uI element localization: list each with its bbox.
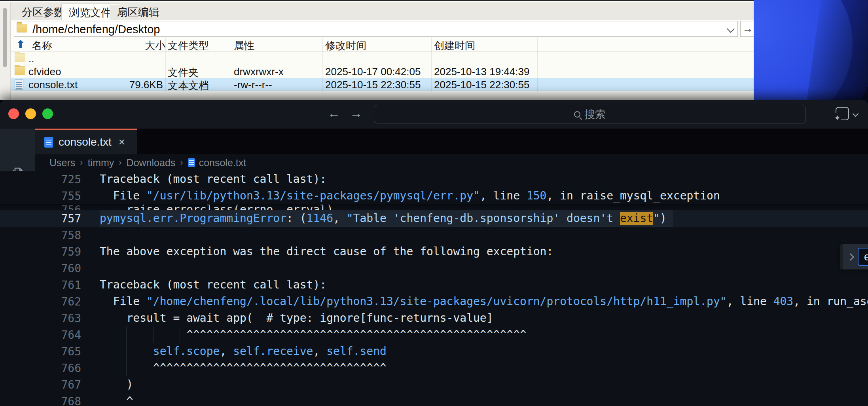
line-number[interactable]: 761: [0, 279, 81, 292]
breadcrumb-item[interactable]: timmy: [88, 157, 114, 169]
code-token: "Table 'chenfeng-db.sponsorship' doesn't: [347, 212, 620, 225]
cell-name: console.txt: [28, 79, 78, 91]
line-text: Traceback (most recent call last):: [100, 171, 326, 188]
code-line-764[interactable]: 764 ^^^^^^^^^^^^^^^^^^^^^^^^^^^^^^^^^^^^…: [0, 326, 868, 343]
breadcrumb-item[interactable]: Downloads: [127, 157, 176, 169]
code-line-756[interactable]: 756 raise errorclass(errno, errval): [0, 204, 868, 210]
file-row-console-txt[interactable]: console.txt79.6KB文本文档-rw-r--r--2025-10-1…: [11, 78, 754, 91]
find-expand-icon[interactable]: [847, 253, 854, 260]
line-number[interactable]: 755: [0, 190, 81, 203]
code-token: result = await app( # type: ignore[func-…: [100, 311, 493, 324]
maximize-window-button[interactable]: [42, 108, 53, 119]
code-line-761[interactable]: 761Traceback (most recent call last):: [0, 277, 868, 293]
code-token: raise errorclass(errno, errval): [100, 204, 333, 210]
column-header-size[interactable]: 大小: [145, 39, 165, 53]
line-text: ^^^^^^^^^^^^^^^^^^^^^^^^^^^^^^^^^^^^^^^^…: [100, 326, 527, 343]
code-line-765[interactable]: 765 self.scope, self.receive, self.send: [0, 343, 868, 360]
indent-guide: [100, 393, 100, 406]
column-divider: [322, 38, 323, 92]
code-token: 1146: [307, 212, 333, 225]
line-text: ^: [100, 393, 133, 406]
line-number[interactable]: 759: [0, 245, 81, 258]
code-token: self.send: [326, 345, 387, 358]
breadcrumb-item[interactable]: console.txt: [199, 157, 246, 169]
chevron-down-icon[interactable]: [853, 111, 859, 117]
cell-crt: 2025-10-13 19:44:39: [434, 66, 529, 78]
line-number[interactable]: 768: [0, 395, 81, 406]
cell-type: 文件夹: [168, 66, 199, 80]
cell-mod: 2025-10-15 22:30:55: [325, 79, 421, 91]
line-text: ^^^^^^^^^^^^^^^^^^^^^^^^^^^^^^^^^^^: [100, 360, 387, 376]
code-line-766[interactable]: 766 ^^^^^^^^^^^^^^^^^^^^^^^^^^^^^^^^^^^: [0, 360, 868, 376]
line-number[interactable]: 767: [0, 378, 81, 391]
search-icon: [574, 111, 580, 118]
code-line-762[interactable]: 762 File "/home/chenfeng/.local/lib/pyth…: [0, 293, 868, 310]
code-token: ): [100, 378, 133, 391]
code-line-759[interactable]: 759The above exception was the direct ca…: [0, 243, 868, 260]
indent-guide: [100, 376, 100, 393]
code-token: The above exception was the direct cause…: [100, 245, 553, 258]
tab-sector-edit[interactable]: 扇区编辑: [110, 5, 167, 20]
copilot-icon[interactable]: [836, 107, 849, 120]
line-text: File "/home/chenfeng/.local/lib/python3.…: [100, 293, 868, 310]
code-token: Traceback (most recent call last):: [100, 278, 326, 291]
desktop-wallpaper: [754, 0, 868, 103]
code-line-755[interactable]: 755 File "/usr/lib/python3.13/site-packa…: [0, 188, 868, 204]
line-number[interactable]: 764: [0, 328, 81, 341]
breadcrumb-item[interactable]: Users: [49, 157, 75, 169]
column-header-attrs[interactable]: 属性: [234, 39, 254, 53]
code-token: ^^^^^^^^^^^^^^^^^^^^^^^^^^^^^^^^^^^^^^^^…: [100, 328, 527, 341]
line-number[interactable]: 757: [0, 212, 81, 225]
line-number[interactable]: 758: [0, 229, 81, 242]
sort-ascending-icon[interactable]: ⬆: [16, 38, 25, 51]
cell-type: 文本文档: [168, 79, 209, 93]
text-file-icon: [188, 158, 195, 167]
find-input[interactable]: e: [858, 248, 868, 266]
line-text: File "/usr/lib/python3.13/site-packages/…: [100, 188, 720, 204]
column-header-name[interactable]: 名称: [32, 39, 52, 53]
code-line-763[interactable]: 763 result = await app( # type: ignore[f…: [0, 310, 868, 326]
line-number[interactable]: 756: [0, 204, 81, 210]
code-line-758[interactable]: 758: [0, 227, 868, 243]
editor-tabbar: console.txt ×: [35, 129, 868, 154]
command-search-box[interactable]: 搜索: [374, 105, 806, 123]
code-line-767[interactable]: 767 ): [0, 376, 868, 393]
go-button[interactable]: →: [740, 21, 754, 37]
path-combobox[interactable]: /home/chenfeng/Desktop: [14, 21, 738, 37]
history-forward-button[interactable]: →: [350, 106, 362, 121]
file-row--[interactable]: ..: [11, 52, 754, 65]
line-number[interactable]: 766: [0, 362, 81, 375]
close-window-button[interactable]: [8, 108, 19, 119]
scrollbar-thumb[interactable]: [3, 8, 7, 67]
code-token: 150: [527, 189, 547, 202]
line-number[interactable]: 725: [0, 173, 81, 186]
chevron-down-icon[interactable]: [727, 25, 735, 33]
history-back-button[interactable]: ←: [328, 106, 340, 121]
line-number[interactable]: 762: [0, 295, 81, 308]
tab-console-txt[interactable]: console.txt ×: [35, 129, 137, 154]
code-line-768[interactable]: 768 ^: [0, 393, 868, 406]
search-match-highlight: exist: [620, 212, 653, 225]
close-tab-icon[interactable]: ×: [119, 136, 125, 148]
column-divider: [232, 38, 232, 92]
line-number[interactable]: 765: [0, 345, 81, 358]
text-file-icon: [44, 137, 53, 148]
find-widget-grip[interactable]: [840, 244, 843, 269]
column-header-type[interactable]: 文件类型: [168, 39, 209, 53]
column-divider: [537, 38, 538, 92]
line-number[interactable]: 763: [0, 312, 81, 325]
column-header-created[interactable]: 创建时间: [434, 39, 475, 53]
line-number[interactable]: 760: [0, 262, 81, 275]
breadcrumb-separator: ›: [119, 157, 121, 168]
minimize-window-button[interactable]: [25, 108, 36, 119]
code-line-760[interactable]: 760: [0, 260, 868, 277]
column-header-modified[interactable]: 修改时间: [325, 39, 366, 53]
indent-guide: [100, 293, 100, 310]
code-line-725[interactable]: 725Traceback (most recent call last):: [0, 171, 868, 188]
code-token: "/home/chenfeng/.local/lib/python3.13/si…: [146, 295, 727, 308]
file-row-cfvideo[interactable]: cfvideo文件夹drwxrwxr-x2025-10-17 00:42:052…: [11, 65, 754, 78]
breadcrumb-separator: ›: [80, 157, 83, 168]
code-token: ,: [333, 212, 347, 225]
code-area[interactable]: 725Traceback (most recent call last):755…: [0, 171, 868, 406]
code-line-757[interactable]: 757pymysql.err.ProgrammingError: (1146, …: [0, 210, 868, 227]
